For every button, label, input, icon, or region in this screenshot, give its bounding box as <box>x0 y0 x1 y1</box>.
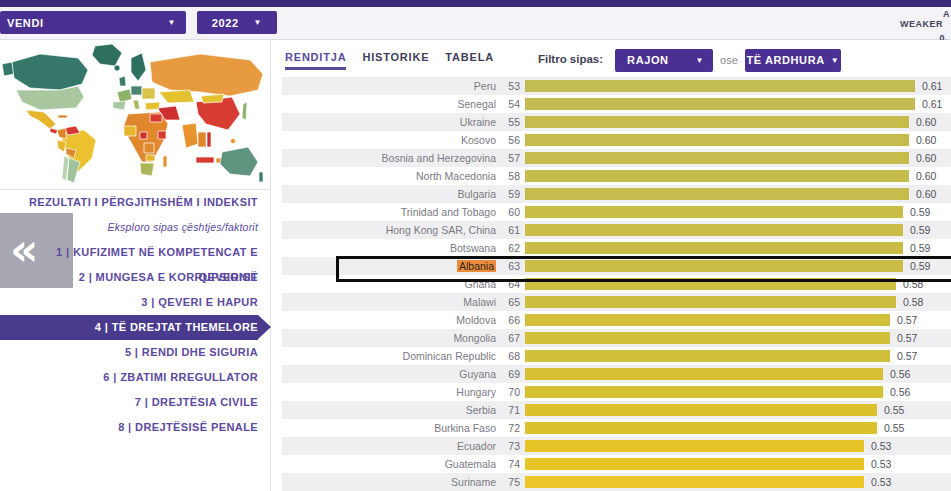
score-bar[interactable] <box>525 170 909 182</box>
country-dropdown-label: VENDI <box>7 17 44 29</box>
country-label: Suriname <box>282 476 496 488</box>
tabs: RENDITJAHISTORIKETABELA <box>285 51 510 70</box>
tab-tabela[interactable]: TABELA <box>445 51 494 70</box>
score-value: 0.60 <box>916 170 936 182</box>
table-row[interactable]: Guyana690.56 <box>282 365 951 383</box>
year-dropdown[interactable]: 2022 ▼ <box>197 11 277 34</box>
top-purple-strip <box>0 0 951 7</box>
table-row[interactable]: Kosovo560.60 <box>282 131 951 149</box>
score-value: 0.57 <box>897 314 917 326</box>
country-label: North Macedonia <box>282 170 496 182</box>
rank-label: 65 <box>496 296 520 308</box>
score-bar[interactable] <box>525 476 864 488</box>
score-bar[interactable] <box>525 260 903 272</box>
table-row[interactable]: Mongolia670.57 <box>282 329 951 347</box>
sidebar-item-8[interactable]: 6 | ZBATIMI RREGULLATOR <box>0 365 258 390</box>
score-bar[interactable] <box>525 314 890 326</box>
score-value: 0.53 <box>871 476 891 488</box>
sidebar-item-10[interactable]: 8 | DREJTËSISË PENALE <box>0 415 258 440</box>
score-bar[interactable] <box>525 350 890 362</box>
table-row[interactable]: Hungary700.56 <box>282 383 951 401</box>
table-row[interactable]: Senegal540.61 <box>282 95 951 113</box>
score-bar[interactable] <box>525 188 909 200</box>
table-row[interactable]: Moldova660.57 <box>282 311 951 329</box>
score-bar[interactable] <box>525 206 903 218</box>
country-label: Senegal <box>282 98 496 110</box>
score-bar[interactable] <box>525 458 864 470</box>
wjp-index-page: VENDI ▼ 2022 ▼ A WEAKER 0. <box>0 0 951 491</box>
rank-label: 55 <box>496 116 520 128</box>
sidebar-item-9[interactable]: 7 | DREJTËSIA CIVILE <box>0 390 258 415</box>
table-row[interactable]: Hong Kong SAR, China610.59 <box>282 221 951 239</box>
income-dropdown-label: TË ARDHURA <box>746 54 824 66</box>
legend-fragment-top: A <box>943 9 950 19</box>
chevron-down-icon: ▼ <box>167 18 176 27</box>
rank-label: 63 <box>496 260 520 272</box>
score-bar[interactable] <box>525 80 915 92</box>
country-label: Albania <box>282 260 496 272</box>
table-row[interactable]: Guatemala740.53 <box>282 455 951 473</box>
region-filter-dropdown[interactable]: RAJON ▼ <box>615 49 713 72</box>
country-label: Hungary <box>282 386 496 398</box>
score-value: 0.56 <box>890 368 910 380</box>
score-bar[interactable] <box>525 98 915 110</box>
sidebar-item-6[interactable]: 4 | TË DREJTAT THEMELORE <box>0 315 258 340</box>
income-filter-dropdown[interactable]: TË ARDHURA ▼ <box>745 49 841 72</box>
table-row[interactable]: Peru530.61 <box>282 77 951 95</box>
tab-renditja[interactable]: RENDITJA <box>285 51 346 70</box>
sidebar-item-4[interactable]: 2 | MUNGESA E KORRUPSIONIT <box>0 265 258 290</box>
table-row[interactable]: Burkina Faso720.55 <box>282 419 951 437</box>
score-bar[interactable] <box>525 368 883 380</box>
table-row[interactable]: Botswana620.59 <box>282 239 951 257</box>
header-bar: VENDI ▼ 2022 ▼ A WEAKER 0. <box>0 7 951 40</box>
country-label: Guatemala <box>282 458 496 470</box>
rank-label: 75 <box>496 476 520 488</box>
score-bar[interactable] <box>525 152 909 164</box>
score-bar[interactable] <box>525 278 896 290</box>
table-row[interactable]: Bosnia and Herzegovina570.60 <box>282 149 951 167</box>
score-bar[interactable] <box>525 332 890 344</box>
rank-label: 68 <box>496 350 520 362</box>
sidebar-item-3[interactable]: 1 | KUFIZIMET NË KOMPETENCAT E QEVERISË <box>0 240 258 265</box>
score-bar[interactable] <box>525 404 877 416</box>
score-bar[interactable] <box>525 422 877 434</box>
rank-label: 64 <box>496 278 520 290</box>
sidebar-item-1[interactable]: REZULTATI I PËRGJITHSHËM I INDEKSIT <box>0 190 258 215</box>
tab-historike[interactable]: HISTORIKE <box>362 51 429 70</box>
sidebar-item-5[interactable]: 3 | QEVERI E HAPUR <box>0 290 258 315</box>
score-bar[interactable] <box>525 116 909 128</box>
score-bar[interactable] <box>525 296 896 308</box>
country-label: Botswana <box>282 242 496 254</box>
score-bar[interactable] <box>525 386 883 398</box>
score-bar[interactable] <box>525 440 864 452</box>
country-label: Ghana <box>282 278 496 290</box>
country-label: Dominican Republic <box>282 350 496 362</box>
collapse-sidebar-icon[interactable]: « <box>10 220 38 280</box>
table-row[interactable]: North Macedonia580.60 <box>282 167 951 185</box>
sidebar-item-2[interactable]: Eksploro sipas çështjes/faktorit <box>0 215 258 240</box>
table-row[interactable]: Malawi650.58 <box>282 293 951 311</box>
table-row[interactable]: Ecuador730.53 <box>282 437 951 455</box>
table-row[interactable]: Ghana640.58 <box>282 275 951 293</box>
score-bar[interactable] <box>525 224 903 236</box>
score-value: 0.59 <box>910 260 930 272</box>
score-bar[interactable] <box>525 242 903 254</box>
table-row[interactable]: Bulgaria590.60 <box>282 185 951 203</box>
rank-label: 59 <box>496 188 520 200</box>
rank-label: 60 <box>496 206 520 218</box>
table-row[interactable]: Albania630.59 <box>282 257 951 275</box>
score-value: 0.60 <box>916 134 936 146</box>
table-row[interactable]: Ukraine550.60 <box>282 113 951 131</box>
table-row[interactable]: Serbia710.55 <box>282 401 951 419</box>
score-value: 0.59 <box>910 206 930 218</box>
score-bar[interactable] <box>525 134 909 146</box>
filter-by-label: Filtro sipas: <box>538 53 603 67</box>
sidebar-item-7[interactable]: 5 | RENDI DHE SIGURIA <box>0 340 258 365</box>
rank-label: 72 <box>496 422 520 434</box>
table-row[interactable]: Dominican Republic680.57 <box>282 347 951 365</box>
world-choropleth-map[interactable] <box>0 40 270 190</box>
table-row[interactable]: Suriname750.53 <box>282 473 951 491</box>
table-row[interactable]: Trinidad and Tobago600.59 <box>282 203 951 221</box>
rank-label: 56 <box>496 134 520 146</box>
country-dropdown[interactable]: VENDI ▼ <box>0 11 186 34</box>
